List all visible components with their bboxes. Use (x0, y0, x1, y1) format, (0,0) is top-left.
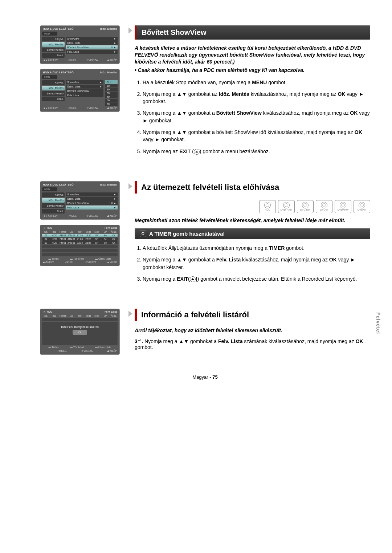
dvd-rw-icon: DVD-RW (297, 200, 314, 213)
ok-button: Ok (73, 330, 87, 335)
section1-intro: A késések illetve a műsor felvételének e… (135, 45, 370, 65)
record-list-panel: 📼 HDDFelv. Lista Sz.hozForrásDátIndítVég… (40, 225, 120, 266)
section-arrow-icon (128, 28, 132, 33)
osd-panel-1: HDD & DVD LEJÁTSZÓIdőz. Mentés HDD Könyv… (40, 25, 120, 64)
section-arrow-icon (128, 183, 132, 189)
section1-steps: Ha a készülék Stop módban van, nyomja me… (135, 79, 370, 155)
osd-panel-3: HDD & DVD LEJÁTSZÓIdőz. Mentés HDD Könyv… (40, 181, 120, 220)
section1-note: • Csak akkor használja, ha a PDC nem elé… (135, 67, 370, 74)
exit-icon: ⏏ (190, 276, 196, 282)
dvd-plus-r-icon: DVD+R (354, 200, 370, 213)
page-footer: Magyar - 75 (40, 374, 370, 380)
section3-heading: Információ a felvételi listáról (135, 309, 370, 321)
dvd-ram-icon: DVD-RAM (278, 200, 295, 213)
dvd-r-icon: DVD-R (316, 200, 332, 213)
section3-step: 3⁻¹. Nyomja meg a ▲▼ gombokat a Felv. Li… (135, 338, 370, 350)
dvd-plus-rw-icon: DVD+RW (335, 200, 351, 213)
osd-panel-2: HDD & DVD LEJÁTSZÓIdőz. Mentés HDD Könyv… (40, 69, 120, 112)
section2-intro: Megtekintheti azon tételek felvételének … (135, 217, 370, 223)
timer-icon: ⏱ (140, 231, 146, 237)
section-arrow-icon (128, 311, 132, 317)
media-icons: HDD DVD-RAM DVD-RW DVD-R DVD+RW DVD+R (135, 200, 370, 213)
side-tab: Felvétel (375, 312, 381, 334)
section2-steps: A készülék Állj/Lejátszás üzemmódjában n… (135, 244, 370, 282)
section1-heading: Bővített ShowView (135, 25, 370, 40)
exit-icon: ⏏ (194, 149, 200, 155)
timer-subhead: ⏱ A TIMER gomb használatával (135, 228, 370, 239)
hdd-icon: HDD (259, 200, 276, 213)
section2-heading: Az ütemezett felvételi lista előhívása (135, 181, 370, 194)
section3-intro: Arról tájékoztat, hogy az időzített felv… (135, 328, 370, 333)
record-list-panel-2: 📼 HDDFelv. Lista Sz.hozForrásDátIndítVég… (40, 309, 120, 355)
